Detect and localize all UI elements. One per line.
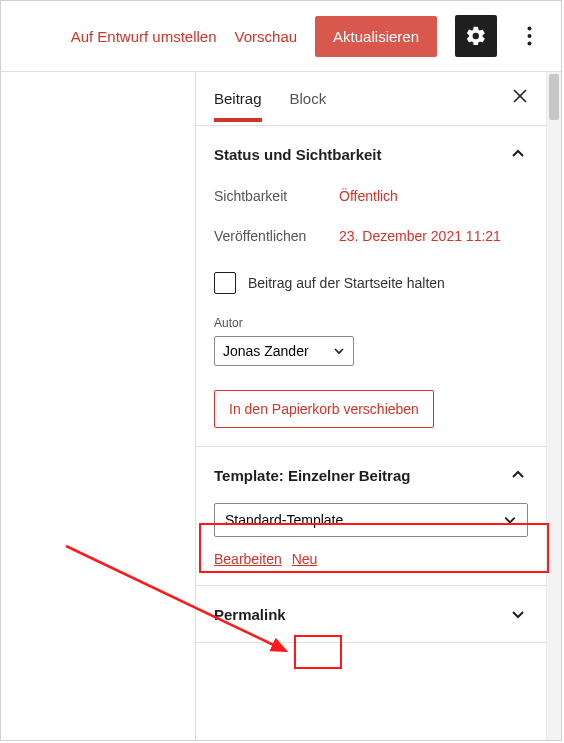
svg-point-1 bbox=[527, 34, 531, 38]
svg-point-2 bbox=[527, 42, 531, 46]
template-value: Standard-Template bbox=[225, 512, 343, 528]
template-section-toggle[interactable]: Template: Einzelner Beitrag bbox=[214, 465, 528, 485]
chevron-up-icon bbox=[508, 465, 528, 485]
kebab-icon bbox=[527, 26, 532, 46]
visibility-value[interactable]: Öffentlich bbox=[339, 188, 398, 204]
section-title: Template: Einzelner Beitrag bbox=[214, 467, 410, 484]
chevron-down-icon bbox=[508, 604, 528, 624]
permalink-section: Permalink bbox=[196, 586, 546, 643]
section-title: Permalink bbox=[214, 606, 286, 623]
gear-icon bbox=[465, 25, 487, 47]
scrollbar-thumb[interactable] bbox=[549, 74, 559, 120]
author-label: Autor bbox=[214, 316, 528, 330]
tab-block[interactable]: Block bbox=[290, 90, 327, 121]
publish-label: Veröffentlichen bbox=[214, 228, 339, 244]
status-visibility-section: Status und Sichtbarkeit Sichtbarkeit Öff… bbox=[196, 126, 546, 447]
status-visibility-toggle[interactable]: Status und Sichtbarkeit bbox=[214, 144, 528, 164]
chevron-down-icon bbox=[333, 345, 345, 357]
sticky-checkbox[interactable] bbox=[214, 272, 236, 294]
update-button[interactable]: Aktualisieren bbox=[315, 16, 437, 57]
permalink-section-toggle[interactable]: Permalink bbox=[214, 604, 528, 624]
sticky-label: Beitrag auf der Startseite halten bbox=[248, 275, 445, 291]
template-edit-link[interactable]: Bearbeiten bbox=[214, 551, 282, 567]
template-select[interactable]: Standard-Template bbox=[214, 503, 528, 537]
switch-to-draft-link[interactable]: Auf Entwurf umstellen bbox=[71, 28, 217, 45]
template-new-link[interactable]: Neu bbox=[292, 551, 318, 567]
tab-post[interactable]: Beitrag bbox=[214, 90, 262, 121]
svg-point-0 bbox=[527, 27, 531, 31]
preview-link[interactable]: Vorschau bbox=[235, 28, 298, 45]
more-options-button[interactable] bbox=[515, 15, 543, 57]
visibility-label: Sichtbarkeit bbox=[214, 188, 339, 204]
close-sidebar-button[interactable] bbox=[512, 84, 528, 110]
publish-date[interactable]: 23. Dezember 2021 11:21 bbox=[339, 228, 501, 244]
editor-toolbar: Auf Entwurf umstellen Vorschau Aktualisi… bbox=[1, 1, 561, 72]
section-title: Status und Sichtbarkeit bbox=[214, 146, 382, 163]
move-to-trash-button[interactable]: In den Papierkorb verschieben bbox=[214, 390, 434, 428]
sidebar-tabs: Beitrag Block bbox=[196, 72, 546, 126]
settings-button[interactable] bbox=[455, 15, 497, 57]
template-section: Template: Einzelner Beitrag Standard-Tem… bbox=[196, 447, 546, 586]
close-icon bbox=[512, 88, 528, 104]
author-select[interactable]: Jonas Zander bbox=[214, 336, 354, 366]
scrollbar[interactable] bbox=[546, 72, 561, 740]
chevron-up-icon bbox=[508, 144, 528, 164]
author-value: Jonas Zander bbox=[223, 343, 309, 359]
sidebar-panel: Beitrag Block Status und Sichtbarkeit Si… bbox=[195, 72, 561, 740]
chevron-down-icon bbox=[503, 513, 517, 527]
